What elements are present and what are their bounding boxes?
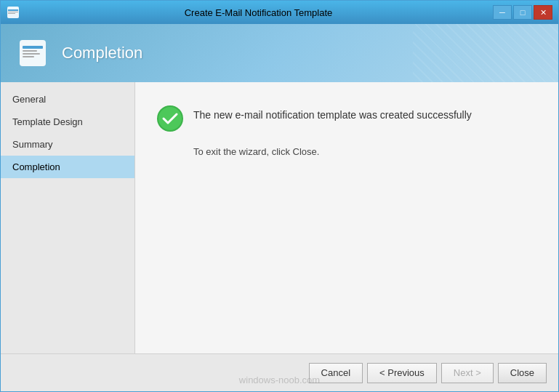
minimize-button[interactable]: ─ [493,5,512,20]
title-bar-left [7,6,24,19]
svg-rect-7 [23,53,40,55]
svg-rect-5 [23,46,43,49]
close-button[interactable]: Close [498,363,547,383]
previous-button[interactable]: < Previous [367,363,437,383]
sidebar-item-template-design[interactable]: Template Design [1,111,134,133]
title-bar: Create E-Mail Notification Template ─ □ … [1,1,558,24]
title-bar-buttons: ─ □ ✕ [493,5,552,20]
main-panel: The new e-mail notification template was… [135,82,558,353]
sidebar-item-completion[interactable]: Completion [1,156,134,178]
title-close-button[interactable]: ✕ [534,5,552,20]
sidebar-item-summary[interactable]: Summary [1,133,134,156]
content-area: General Template Design Summary Completi… [1,82,558,353]
footer: windows-noob.com Cancel < Previous Next … [1,353,558,391]
svg-rect-8 [23,56,34,57]
exit-hint: To exit the wizard, click Close. [193,146,536,157]
svg-rect-2 [8,12,18,12]
svg-rect-3 [8,13,15,14]
header-title: Completion [62,44,142,63]
main-window: Create E-Mail Notification Template ─ □ … [0,0,559,392]
window-title: Create E-Mail Notification Template [185,7,333,18]
watermark: windows-noob.com [239,375,320,385]
next-button[interactable]: Next > [441,363,494,383]
restore-button[interactable]: □ [513,5,532,20]
success-icon [157,105,183,132]
sidebar: General Template Design Summary Completi… [1,82,135,353]
svg-point-10 [158,107,182,130]
sidebar-item-general[interactable]: General [1,88,134,111]
title-bar-center: Create E-Mail Notification Template [24,7,493,18]
page-header: Completion [1,24,558,82]
svg-rect-1 [8,9,18,11]
header-icon [15,36,50,71]
svg-rect-6 [23,50,37,52]
app-icon [7,6,20,19]
success-message: The new e-mail notification template was… [193,104,472,123]
success-area: The new e-mail notification template was… [157,104,536,132]
